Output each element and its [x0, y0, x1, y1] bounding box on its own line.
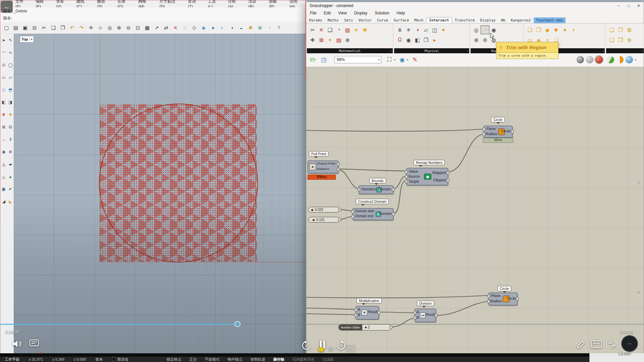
canvas-edge-arrow[interactable]: › [638, 179, 640, 186]
gh-number-slider[interactable]: Number Slider ◆ 2 [338, 324, 391, 330]
component-icon[interactable]: ⋔ [395, 25, 404, 34]
rhino-toolbar-icon[interactable]: ✛ [87, 23, 95, 32]
rhino-toolbar-icon[interactable]: ❐ [58, 23, 67, 32]
rhino-toolbar-icon[interactable]: ◔ [265, 23, 274, 32]
gh-tab[interactable]: Params [306, 17, 325, 23]
speed-badge-icon[interactable] [319, 347, 324, 352]
zoom-extents-icon[interactable]: ⛶ [385, 56, 393, 64]
component-icon[interactable]: ◑ [413, 25, 422, 34]
component-icon[interactable]: ❖ [308, 36, 317, 44]
save-file-icon[interactable]: ◳ [320, 56, 328, 64]
output-nub[interactable] [434, 313, 437, 317]
gh-tab[interactable]: Vector [356, 17, 374, 23]
component-icon[interactable]: ▱ [422, 25, 430, 34]
rhino-tool-icon[interactable]: ✎ [7, 34, 14, 46]
rhino-toolbar-icon[interactable]: ↷ [77, 23, 86, 32]
component-icon[interactable]: ◫ [430, 25, 439, 34]
status-toggle[interactable]: 正交 [185, 357, 201, 362]
rhino-tool-icon[interactable]: ▲ [7, 170, 14, 183]
panel-expand-icon[interactable]: ✦ [467, 49, 468, 52]
gh-tab[interactable]: Mesh [412, 17, 426, 23]
rhino-tool-icon[interactable]: ⬒ [7, 83, 14, 96]
input-nub[interactable] [351, 210, 354, 214]
output-nub[interactable] [338, 208, 341, 212]
component-icon[interactable]: ⊚ [481, 36, 489, 44]
rhino-tool-icon[interactable]: ▱ [7, 71, 14, 83]
document-preview-icon[interactable] [616, 56, 624, 63]
input-nub[interactable] [354, 313, 357, 317]
gh-menu-item[interactable]: Edit [320, 11, 334, 15]
output-nub[interactable] [446, 171, 449, 175]
gh-tab[interactable]: Sets [341, 17, 356, 23]
danmaku-close-icon[interactable]: ✕ [39, 351, 42, 355]
status-toggle[interactable]: 记录建构历史 [288, 357, 318, 362]
gh-node-circle-top[interactable]: Plane Radius ◔ Circle [484, 126, 513, 138]
panel-expand-icon[interactable]: ✦ [641, 49, 643, 52]
rhino-toolbar-icon[interactable]: ⊹ [96, 23, 105, 32]
component-icon[interactable]: ◗ [569, 25, 578, 34]
exit-fullscreen-icon[interactable] [608, 340, 616, 349]
chevron-down-icon[interactable]: ▾ [407, 58, 408, 61]
rhino-tool-icon[interactable]: △ [0, 170, 7, 183]
volume-icon[interactable] [12, 339, 22, 349]
rhino-toolbar-icon[interactable]: ⊛ [256, 23, 264, 32]
rhino-toolbar-icon[interactable]: ● [209, 23, 217, 32]
rhino-toolbar-icon[interactable]: ↗ [152, 23, 161, 32]
rewind-10-icon[interactable]: 10 [301, 341, 312, 351]
gh-menu-item[interactable]: Display [351, 11, 371, 15]
gh-node-construct-domain[interactable]: Domain start Domain end ⇅ Domain [353, 208, 393, 220]
rhino-toolbar-icon[interactable]: ✕ [171, 23, 180, 32]
panel-title-bar[interactable]: Physical✦ [394, 48, 469, 53]
preview-eye-icon[interactable]: ◉ [398, 56, 406, 64]
rhino-tool-icon[interactable]: ◬ [0, 158, 7, 170]
component-icon[interactable]: ● [560, 25, 569, 34]
gh-node-remap-numbers[interactable]: Value Source Target ▦ Mapped Clipped [406, 168, 448, 185]
rhino-toolbar-icon[interactable]: ◌ [180, 23, 189, 32]
rhino-tool-icon[interactable]: ❖ [0, 108, 7, 121]
component-icon[interactable]: ❐ [616, 25, 625, 34]
component-icon[interactable]: ❐ [422, 36, 430, 44]
component-icon[interactable]: ◎ [472, 25, 481, 34]
slider-grip-icon[interactable]: ◉ [311, 208, 314, 212]
rhino-tool-icon[interactable]: ◠ [0, 46, 7, 59]
rhino-toolbar-icon[interactable]: ✂ [40, 23, 48, 32]
rhino-toolbar-icon[interactable]: ◇ [190, 23, 199, 32]
gh-tab[interactable]: Display [477, 17, 498, 23]
shaded-preview-icon[interactable] [595, 56, 603, 63]
rhino-toolbar-icon[interactable]: ◎ [105, 23, 114, 32]
gh-node-bounds[interactable]: Numbers ⇅ Domain [359, 185, 393, 194]
rhino-toolbar-icon[interactable]: ▣ [21, 23, 30, 32]
component-icon[interactable]: ⊠ [317, 36, 326, 44]
input-nub[interactable] [405, 175, 408, 179]
input-nub[interactable] [413, 316, 416, 320]
gh-menu-item[interactable]: Help [393, 11, 409, 15]
chevron-down-icon[interactable]: ▾ [30, 38, 32, 41]
component-icon[interactable]: ✂ [308, 25, 317, 34]
rhino-toolbar-icon[interactable]: ▢ [2, 23, 11, 32]
gh-slider-a[interactable]: ◉ 0.022 [308, 207, 340, 213]
rhino-tool-icon[interactable]: ▣ [0, 183, 7, 195]
open-file-icon[interactable]: 🗁 [309, 56, 317, 64]
input-nub[interactable] [354, 308, 357, 312]
only-draw-selected-icon[interactable] [607, 56, 614, 63]
video-progress-bar[interactable] [0, 324, 644, 325]
taskbar-corner[interactable] [589, 353, 644, 362]
component-icon[interactable]: ✾ [361, 25, 369, 34]
rhino-toolbar-icon[interactable]: ⊡ [133, 23, 142, 32]
gh-tab[interactable]: Kangaroo2 [508, 17, 534, 23]
rhino-toolbar-icon[interactable]: ▤ [11, 23, 20, 32]
input-nub[interactable] [487, 294, 490, 298]
minimize-button[interactable]: ─ [613, 2, 624, 9]
rhino-tool-icon[interactable]: ⊚ [7, 145, 14, 158]
command-prompt-line[interactable]: 指令: [3, 15, 12, 21]
component-icon[interactable]: ⊞ [625, 25, 634, 34]
screenshot-card-icon[interactable] [591, 341, 602, 349]
rhino-toolbar-icon[interactable]: ✱ [246, 23, 255, 32]
input-nub[interactable] [357, 188, 360, 191]
component-icon[interactable]: ⊗ [343, 36, 352, 44]
rhino-tool-icon[interactable]: ➤ [0, 34, 7, 46]
rhino-toolbar-icon[interactable]: ❏ [49, 23, 58, 32]
rhino-toolbar-icon[interactable]: ◈ [199, 23, 208, 32]
output-nub[interactable] [392, 188, 395, 191]
rhino-viewport-top[interactable]: Top ▾ [14, 34, 306, 354]
